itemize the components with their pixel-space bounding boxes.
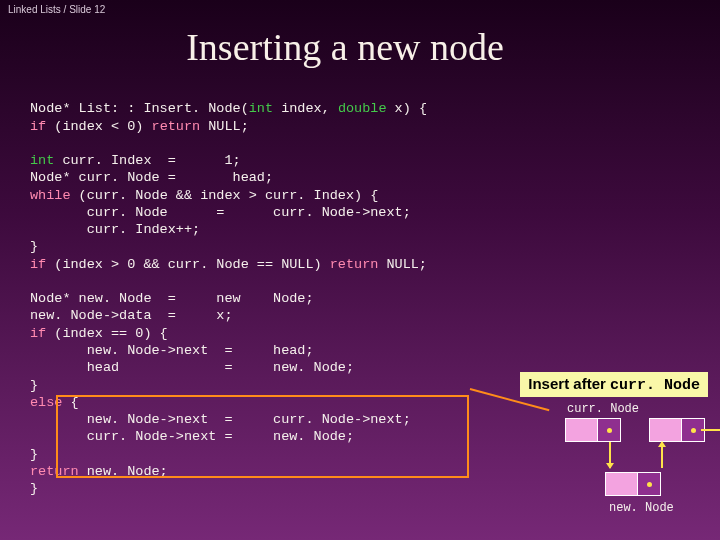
code-line: new. Node->data = x; — [30, 308, 233, 323]
code-line: curr. Node->next = new. Node; — [30, 429, 354, 444]
arrow-down-icon — [609, 442, 611, 468]
code-line: curr. Index++; — [30, 222, 200, 237]
arrow-right-icon — [701, 429, 720, 431]
code-line: curr. Node = curr. Node->next; — [30, 205, 411, 220]
code-line: while (curr. Node && index > curr. Index… — [30, 188, 378, 203]
slide-title: Inserting a new node — [145, 25, 545, 69]
code-line: } — [30, 239, 38, 254]
code-line: } — [30, 378, 38, 393]
code-line: Node* curr. Node = head; — [30, 170, 273, 185]
annotation-prefix: Insert after — [528, 375, 610, 392]
code-line: if (index < 0) return NULL; — [30, 119, 249, 134]
node-next — [649, 418, 705, 442]
annotation-target: curr. Node — [610, 377, 700, 394]
code-line: int curr. Index = 1; — [30, 153, 241, 168]
code-line: else { — [30, 395, 79, 410]
diagram-label-curr: curr. Node — [567, 402, 705, 416]
code-line: } — [30, 481, 38, 496]
code-line: new. Node->next = curr. Node->next; — [30, 412, 411, 427]
code-line: return new. Node; — [30, 464, 168, 479]
code-line: if (index > 0 && curr. Node == NULL) ret… — [30, 257, 427, 272]
node-new — [605, 472, 661, 496]
diagram-label-new: new. Node — [609, 501, 705, 515]
node-curr — [565, 418, 621, 442]
code-line: head = new. Node; — [30, 360, 354, 375]
code-line: new. Node->next = head; — [30, 343, 314, 358]
code-line: Node* List: : Insert. Node(int index, do… — [30, 101, 427, 116]
code-line: Node* new. Node = new Node; — [30, 291, 314, 306]
annotation-callout: Insert after curr. Node — [520, 372, 708, 397]
code-line: if (index == 0) { — [30, 326, 168, 341]
breadcrumb: Linked Lists / Slide 12 — [0, 0, 720, 19]
linked-list-diagram: curr. Node new. Node — [565, 402, 705, 515]
code-line: } — [30, 447, 38, 462]
arrow-up-icon — [661, 442, 663, 468]
